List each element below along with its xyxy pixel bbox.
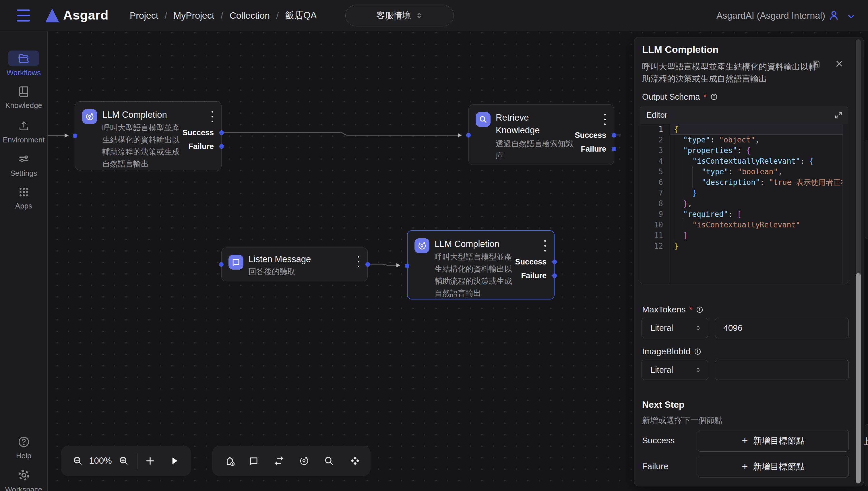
llm-tool-icon[interactable] <box>299 455 309 467</box>
sidebar-label-workflows[interactable]: Workflows <box>0 68 48 77</box>
expand-icon[interactable] <box>834 111 843 121</box>
node-title: LLM Completion <box>435 238 500 250</box>
account-chevron-down-icon[interactable] <box>846 11 856 21</box>
sidebar-item-workspace[interactable] <box>0 469 48 483</box>
line-number: 1 <box>640 124 670 135</box>
sidebar-label-workspace[interactable]: Workspace <box>0 485 48 491</box>
success-port[interactable] <box>612 133 616 138</box>
zoom-in-icon[interactable] <box>118 455 129 467</box>
code-text: "isContextuallyRelevant" <box>670 220 848 230</box>
code-text: "description": "true 表示使用者正在詢問的 <box>670 177 848 188</box>
upload-icon <box>17 119 30 133</box>
sidebar-item-settings[interactable] <box>0 152 48 167</box>
code-line[interactable]: 3"properties": { <box>640 145 848 156</box>
failure-port[interactable] <box>219 144 224 149</box>
run-workflow-icon[interactable] <box>169 455 180 467</box>
add-target-node-failure-button[interactable]: + 新增目標節點 <box>698 456 849 478</box>
close-icon[interactable] <box>835 59 844 69</box>
output-port[interactable] <box>365 262 370 267</box>
node-llm-completion-2[interactable]: LLM Completion 呼叫大型語言模型並產生結構化的資料輸出以輔助流程的… <box>407 230 555 299</box>
sidebar: Workflows Knowledge Environment Settings… <box>0 31 48 491</box>
breadcrumb: Project / MyProject / Collection / 飯店QA <box>130 0 317 31</box>
success-port[interactable] <box>552 260 557 264</box>
code-text: "type": "boolean", <box>670 167 848 177</box>
editor-label: Editor <box>647 111 667 120</box>
node-listen-message[interactable]: Listen Message 回答後的聽取 <box>221 248 368 281</box>
node-description: 透過自然語言檢索知識庫 <box>496 138 575 162</box>
code-line[interactable]: 8}, <box>640 198 848 209</box>
listen-message-icon <box>229 255 243 270</box>
node-menu-icon[interactable] <box>603 114 606 125</box>
sidebar-label-environment[interactable]: Environment <box>0 136 48 144</box>
breadcrumb-item-project[interactable]: Project <box>130 10 158 21</box>
code-line[interactable]: 5"type": "boolean", <box>640 167 848 177</box>
breadcrumb-item-current[interactable]: 飯店QA <box>285 9 317 22</box>
sidebar-label-knowledge[interactable]: Knowledge <box>0 101 48 110</box>
breadcrumb-item-myproject[interactable]: MyProject <box>173 10 214 21</box>
code-line[interactable]: 4"isContextuallyRelevant": { <box>640 156 848 167</box>
maxtokens-input[interactable] <box>715 318 849 338</box>
add-target-node-success-button[interactable]: + 新增目標節點 <box>698 430 849 452</box>
swap-arrows-icon[interactable] <box>273 455 285 467</box>
panel-scrollbar-thumb[interactable] <box>856 273 861 483</box>
code-line[interactable]: 10"isContextuallyRelevant" <box>640 220 848 230</box>
input-port[interactable] <box>405 264 409 268</box>
code-line[interactable]: 2"type": "object", <box>640 135 848 145</box>
code-line[interactable]: 7} <box>640 188 848 198</box>
add-home-node-icon[interactable] <box>225 455 235 467</box>
code-text: "type": "object", <box>670 135 848 145</box>
node-llm-completion-1[interactable]: LLM Completion 呼叫大型語言模型並產生結構化的資料輸出以輔助流程的… <box>75 102 221 170</box>
imageblobid-input[interactable] <box>715 360 849 380</box>
code-line[interactable]: 12} <box>640 241 848 252</box>
menu-icon[interactable] <box>17 9 30 22</box>
code-line[interactable]: 9"required": [ <box>640 209 848 220</box>
editor-scrollbar[interactable] <box>842 124 848 284</box>
environment-select[interactable]: 客服情境 <box>345 5 454 26</box>
add-node-icon[interactable] <box>145 455 156 467</box>
breadcrumb-item-collection[interactable]: Collection <box>230 10 270 21</box>
code-editor[interactable]: 1{2"type": "object",3"properties": {4"is… <box>640 124 848 284</box>
gear-icon <box>17 469 30 482</box>
info-icon[interactable] <box>696 306 704 314</box>
sidebar-label-settings[interactable]: Settings <box>0 169 48 178</box>
input-port[interactable] <box>72 134 77 138</box>
input-port[interactable] <box>466 133 471 138</box>
node-retrieve-knowledge[interactable]: Retrieve Knowledge 透過自然語言檢索知識庫 Success F… <box>469 104 614 165</box>
line-number: 3 <box>640 145 670 156</box>
line-number: 2 <box>640 135 670 145</box>
user-avatar-icon[interactable] <box>828 9 840 22</box>
node-menu-icon[interactable] <box>211 111 214 122</box>
sidebar-label-apps[interactable]: Apps <box>0 202 48 210</box>
search-icon[interactable] <box>324 455 334 467</box>
line-number: 9 <box>640 209 670 220</box>
input-port[interactable] <box>219 262 223 267</box>
code-line[interactable]: 11] <box>640 230 848 241</box>
sidebar-item-apps[interactable] <box>0 185 48 200</box>
imageblobid-mode-select[interactable]: Literal <box>641 360 708 380</box>
maxtokens-mode-select[interactable]: Literal <box>641 318 708 338</box>
zoom-out-icon[interactable] <box>72 455 83 467</box>
line-number: 6 <box>640 177 670 188</box>
success-port[interactable] <box>219 131 224 135</box>
sidebar-item-knowledge[interactable] <box>0 85 48 99</box>
code-text: }, <box>670 198 848 209</box>
code-line[interactable]: 1{ <box>640 124 848 135</box>
line-number: 10 <box>640 220 670 230</box>
failure-port[interactable] <box>612 147 616 151</box>
line-number: 11 <box>640 230 670 241</box>
sidebar-item-help[interactable] <box>0 435 48 450</box>
comment-icon[interactable] <box>248 455 259 467</box>
plus-icon: + <box>742 436 748 446</box>
failure-port[interactable] <box>552 273 557 278</box>
sidebar-label-help[interactable]: Help <box>0 451 48 460</box>
auto-layout-icon[interactable] <box>350 455 361 467</box>
code-line[interactable]: 6"description": "true 表示使用者正在詢問的 <box>640 177 848 188</box>
info-icon[interactable] <box>694 348 701 355</box>
sidebar-item-environment[interactable] <box>0 119 48 134</box>
toolbar-divider <box>137 453 138 469</box>
save-icon[interactable] <box>811 59 821 70</box>
node-menu-icon[interactable] <box>544 240 546 252</box>
next-step-failure-label: Failure <box>642 456 668 477</box>
node-menu-icon[interactable] <box>357 256 360 267</box>
info-icon[interactable] <box>710 93 718 101</box>
